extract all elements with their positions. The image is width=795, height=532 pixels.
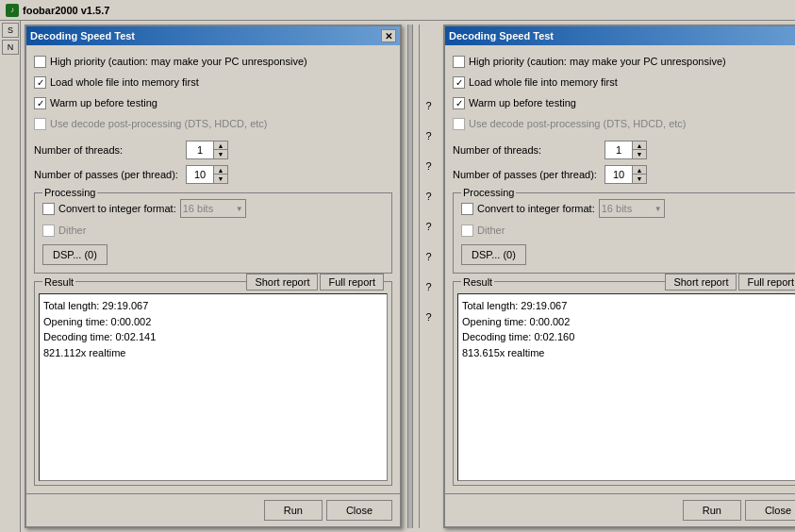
threads-input-r[interactable] xyxy=(605,141,632,158)
warm-up-row: Warm up before testing xyxy=(34,94,392,111)
convert-dropdown-value-left: 16 bits xyxy=(183,203,213,214)
threads-down-arrow[interactable]: ▼ xyxy=(214,150,227,158)
threads-arrows[interactable]: ▲ ▼ xyxy=(213,141,227,158)
high-priority-row-r: High priority (caution: may make your PC… xyxy=(453,53,795,70)
q-mark-1: ? xyxy=(425,100,431,111)
passes-spinner[interactable]: ▲ ▼ xyxy=(186,165,228,184)
result-line-3-right: Decoding time: 0:02.160 xyxy=(462,329,795,345)
app-title: foobar2000 v1.5.7 xyxy=(23,5,109,16)
dither-row-left: Dither xyxy=(42,222,384,239)
threads-spinner[interactable]: ▲ ▼ xyxy=(186,141,228,159)
dither-checkbox-right[interactable] xyxy=(461,224,473,237)
passes-label: Number of passes (per thread): xyxy=(34,169,180,180)
n-button[interactable]: N xyxy=(2,40,19,55)
result-line-2-left: Opening time: 0:00.002 xyxy=(43,314,383,330)
warm-up-checkbox-r[interactable] xyxy=(453,97,465,109)
dsp-button-left[interactable]: DSP... (0) xyxy=(42,244,108,265)
dialog-left-title: Decoding Speed Test xyxy=(30,30,381,42)
result-line-1-left: Total length: 29:19.067 xyxy=(43,298,383,314)
q-mark-4: ? xyxy=(425,191,431,202)
threads-spinner-r[interactable]: ▲ ▼ xyxy=(605,141,647,159)
convert-dropdown-arrow-right: ▼ xyxy=(654,205,662,213)
passes-down-arrow[interactable]: ▼ xyxy=(214,175,227,183)
q-mark-5: ? xyxy=(425,221,431,232)
convert-checkbox-right[interactable] xyxy=(461,203,473,215)
passes-input[interactable] xyxy=(187,166,213,183)
q-mark-2: ? xyxy=(425,130,431,141)
foobar-titlebar: ♪ foobar2000 v1.5.7 xyxy=(0,0,795,21)
load-whole-file-label: Load whole file into memory first xyxy=(50,76,199,88)
dialog-left-body: High priority (caution: may make your PC… xyxy=(26,45,400,493)
dialog-right-title: Decoding Speed Test xyxy=(449,30,795,42)
passes-arrows-r[interactable]: ▲ ▼ xyxy=(632,166,646,183)
warm-up-row-r: Warm up before testing xyxy=(453,94,795,111)
passes-spinner-r[interactable]: ▲ ▼ xyxy=(605,165,647,184)
dialog-left: Decoding Speed Test ✕ High priority (cau… xyxy=(25,25,402,528)
dialog-right-titlebar: Decoding Speed Test ✕ xyxy=(445,26,795,45)
dither-label-left: Dither xyxy=(58,224,86,236)
short-report-button-left[interactable]: Short report xyxy=(246,274,318,291)
convert-dropdown-right[interactable]: 16 bits ▼ xyxy=(599,199,665,218)
convert-checkbox-left[interactable] xyxy=(42,203,55,215)
result-group-right: Result Short report Full report Total le… xyxy=(453,281,795,486)
passes-input-r[interactable] xyxy=(605,166,632,183)
main-area: S N Decoding Speed Test ✕ High priority … xyxy=(0,21,795,532)
short-report-button-right[interactable]: Short report xyxy=(665,274,737,291)
convert-dropdown-value-right: 16 bits xyxy=(602,203,632,214)
threads-arrows-r[interactable]: ▲ ▼ xyxy=(632,141,646,158)
threads-row: Number of threads: ▲ ▼ xyxy=(34,140,392,160)
full-report-button-right[interactable]: Full report xyxy=(738,274,795,291)
processing-group-right: Processing Convert to integer format: 16… xyxy=(453,192,795,274)
dialog-left-close-icon[interactable]: ✕ xyxy=(381,29,396,42)
decode-post-label: Use decode post-processing (DTS, HDCD, e… xyxy=(50,118,267,129)
processing-label-left: Processing xyxy=(42,187,97,198)
load-whole-file-row-r: Load whole file into memory first xyxy=(453,74,795,91)
dsp-button-right[interactable]: DSP... (0) xyxy=(461,244,526,265)
decode-post-row: Use decode post-processing (DTS, HDCD, e… xyxy=(34,115,392,132)
threads-up-arrow[interactable]: ▲ xyxy=(214,141,227,150)
result-line-4-left: 821.112x realtime xyxy=(43,345,383,361)
threads-up-arrow-r[interactable]: ▲ xyxy=(633,141,646,150)
load-whole-file-checkbox-r[interactable] xyxy=(453,76,465,89)
dither-label-right: Dither xyxy=(477,224,505,236)
warm-up-label: Warm up before testing xyxy=(50,97,157,108)
passes-down-arrow-r[interactable]: ▼ xyxy=(633,175,646,183)
passes-up-arrow[interactable]: ▲ xyxy=(214,166,227,175)
high-priority-row: High priority (caution: may make your PC… xyxy=(34,53,392,70)
convert-dropdown-left[interactable]: 16 bits ▼ xyxy=(180,199,246,218)
close-button-right[interactable]: Close xyxy=(745,500,795,521)
convert-row-right: Convert to integer format: 16 bits ▼ xyxy=(461,199,795,218)
passes-up-arrow-r[interactable]: ▲ xyxy=(633,166,646,175)
s-button[interactable]: S xyxy=(2,23,19,38)
close-button-left[interactable]: Close xyxy=(326,500,392,521)
result-text-left: Total length: 29:19.067 Opening time: 0:… xyxy=(39,293,388,481)
result-title-left: Result xyxy=(42,276,75,288)
run-button-right[interactable]: Run xyxy=(683,500,741,521)
result-group-left: Result Short report Full report Total le… xyxy=(34,281,392,486)
run-button-left[interactable]: Run xyxy=(264,500,323,521)
foobar-icon: ♪ xyxy=(6,4,19,17)
decode-post-label-r: Use decode post-processing (DTS, HDCD, e… xyxy=(469,118,686,129)
dither-checkbox-left[interactable] xyxy=(42,224,55,237)
high-priority-checkbox-r[interactable] xyxy=(453,56,465,68)
threads-down-arrow-r[interactable]: ▼ xyxy=(633,150,646,158)
high-priority-label: High priority (caution: may make your PC… xyxy=(50,56,307,67)
load-whole-file-checkbox[interactable] xyxy=(34,76,46,89)
warm-up-label-r: Warm up before testing xyxy=(469,97,576,108)
threads-label: Number of threads: xyxy=(34,144,180,156)
warm-up-checkbox[interactable] xyxy=(34,97,46,109)
high-priority-checkbox[interactable] xyxy=(34,56,46,68)
threads-input[interactable] xyxy=(187,141,213,158)
q-mark-6: ? xyxy=(425,251,431,262)
result-label-row-left: Result Short report Full report xyxy=(35,274,391,291)
full-report-button-left[interactable]: Full report xyxy=(320,274,384,291)
result-line-1-right: Total length: 29:19.067 xyxy=(462,298,795,314)
decode-post-checkbox[interactable] xyxy=(34,118,46,130)
load-whole-file-row: Load whole file into memory first xyxy=(34,74,392,91)
result-title-right: Result xyxy=(461,276,494,288)
passes-row: Number of passes (per thread): ▲ ▼ xyxy=(34,164,392,185)
decode-post-checkbox-r[interactable] xyxy=(453,118,465,130)
convert-row-left: Convert to integer format: 16 bits ▼ xyxy=(42,199,384,218)
passes-arrows[interactable]: ▲ ▼ xyxy=(213,166,227,183)
processing-group-left: Processing Convert to integer format: 16… xyxy=(34,192,392,274)
